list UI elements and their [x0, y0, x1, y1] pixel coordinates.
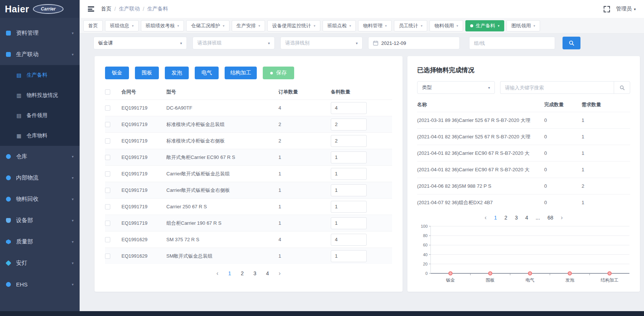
sidebar-item[interactable]: EHS ▾	[0, 274, 80, 295]
page-number[interactable]: 3	[253, 270, 256, 276]
sidebar-item-label: 物料回收	[16, 196, 67, 203]
tab[interactable]: 员工统计 ▾	[394, 20, 428, 31]
tab[interactable]: 班组信息 ▾	[105, 20, 139, 31]
user-menu[interactable]: 管理员 ▾	[616, 6, 636, 12]
category-button[interactable]: 发泡	[165, 67, 189, 79]
prev-page-button[interactable]: ‹	[216, 270, 218, 277]
sidebar-item[interactable]: ▦ 仓库物料 ▾	[0, 126, 80, 146]
tab[interactable]: 物料管理 ▾	[358, 20, 392, 31]
tab[interactable]: 首页 ▾	[83, 20, 103, 31]
sidebar-item[interactable]: ▤ 备件领用 ▾	[0, 105, 80, 126]
sidebar-item[interactable]: 物料回收 ▾	[0, 188, 80, 210]
x-category-label: 围板	[486, 277, 495, 283]
completion-search-input[interactable]	[500, 81, 614, 94]
prep-qty-input[interactable]	[331, 234, 367, 246]
completion-search-button[interactable]	[614, 81, 630, 94]
row-checkbox[interactable]	[105, 155, 110, 160]
search-button[interactable]	[563, 37, 580, 49]
completion-table-header: 名称 完成数量 需求数量	[417, 98, 630, 112]
page-number[interactable]: 4	[525, 215, 528, 221]
tab-label: 物料管理	[363, 22, 382, 29]
row-checkbox[interactable]	[105, 138, 110, 144]
save-button[interactable]: 保存	[263, 67, 294, 79]
sidebar-item-label: 仓库物料	[27, 132, 74, 139]
type-select[interactable]: 类型 ▾	[417, 81, 495, 94]
row-checkbox[interactable]	[105, 221, 110, 226]
prep-table: 合同号 型号 订单数量 备料数量 EQ1991719 DC-6A90TF 4 E…	[105, 85, 392, 264]
prev-page-button[interactable]: ‹	[484, 214, 486, 221]
sidebar-item[interactable]: 质量部 ▾	[0, 231, 80, 252]
tab[interactable]: 设备使用监控统计 ▾	[267, 20, 320, 31]
page-number[interactable]: 1	[494, 215, 497, 221]
row-checkbox[interactable]	[105, 171, 110, 177]
row-checkbox[interactable]	[105, 122, 110, 127]
tab[interactable]: 图纸领用 ▾	[506, 20, 540, 31]
next-page-button[interactable]: ›	[561, 214, 563, 221]
category-button[interactable]: 电气	[195, 67, 219, 79]
date-picker[interactable]: 2021-12-09	[368, 37, 460, 49]
tab[interactable]: 班组点检 ▾	[323, 20, 356, 31]
row-checkbox[interactable]	[105, 204, 110, 209]
sidebar-item[interactable]: 设备部 ▾	[0, 210, 80, 231]
page-number[interactable]: 68	[548, 215, 554, 221]
department-select[interactable]: 钣金课 ▾	[93, 37, 187, 49]
tab[interactable]: 生产备料 ▾	[465, 20, 505, 31]
order-qty-cell: 1	[278, 154, 331, 160]
top-header: 首页 / 生产联动 / 生产备料 管理员 ▾	[80, 0, 644, 18]
prep-qty-input[interactable]	[331, 151, 367, 163]
row-checkbox[interactable]	[105, 254, 110, 259]
category-button[interactable]: 结构加工	[225, 67, 257, 79]
team-select[interactable]: 请选择班组 ▾	[192, 37, 275, 49]
sidebar-item[interactable]: ▤ 生产备料 ▾	[0, 65, 80, 85]
tab[interactable]: 班组绩效考核 ▾	[141, 20, 184, 31]
prep-qty-input[interactable]	[331, 201, 367, 213]
sidebar-item[interactable]: 安灯 ▾	[0, 252, 80, 274]
need-qty-header: 需求数量	[582, 101, 630, 108]
tab[interactable]: 仓储工况维护 ▾	[186, 20, 229, 31]
breadcrumb-parent[interactable]: 生产联动	[119, 6, 140, 12]
breadcrumb-current[interactable]: 生产备料	[147, 6, 168, 12]
sidebar-item[interactable]: 资料管理 ▾	[0, 22, 80, 44]
row-checkbox[interactable]	[105, 237, 110, 242]
prep-qty-input[interactable]	[331, 102, 367, 114]
category-button[interactable]: 钣金	[105, 67, 129, 79]
fullscreen-icon[interactable]	[604, 6, 610, 12]
breadcrumb-home[interactable]: 首页	[101, 6, 111, 12]
sidebar-item[interactable]: ▥ 物料投放情况 ▾	[0, 85, 80, 105]
select-all-checkbox[interactable]	[105, 89, 110, 95]
prep-qty-input[interactable]	[331, 168, 367, 180]
page-number[interactable]: 2	[505, 215, 508, 221]
table-row: EQ1991719 Carrier敞开式钣柜钣金总装组 1	[105, 165, 392, 182]
prep-qty-input[interactable]	[331, 184, 367, 196]
name-cell: (2021-04-01 82 36)Carrier EC90 67 R S-B7…	[417, 166, 544, 173]
search-icon	[619, 85, 625, 90]
tab[interactable]: 物料领用 ▾	[429, 20, 463, 31]
page-number[interactable]: 2	[241, 270, 244, 276]
chevron-down-icon: ▾	[180, 41, 182, 45]
date-value: 2021-12-09	[381, 40, 455, 46]
row-checkbox[interactable]	[105, 188, 110, 193]
completion-table-body: (2021-03-31 89 36)Carrier 525 67 R S-B7-…	[417, 112, 630, 211]
model-cell: SM 375 72 R S	[166, 237, 278, 242]
page-number[interactable]: ...	[536, 215, 540, 221]
prep-qty-input[interactable]	[331, 250, 367, 262]
keyword-input[interactable]	[469, 37, 555, 49]
next-page-button[interactable]: ›	[279, 270, 281, 277]
page-number[interactable]: 1	[228, 270, 231, 276]
prep-qty-input[interactable]	[331, 135, 367, 147]
line-select[interactable]: 请选择线别 ▾	[280, 37, 363, 49]
sidebar-item[interactable]: 内部物流 ▾	[0, 167, 80, 188]
list-item: (2021-04-07 92 36)组合柜DX2 4B7 0 1	[417, 194, 630, 211]
page-number[interactable]: 4	[266, 270, 269, 276]
prep-qty-input[interactable]	[331, 119, 367, 131]
page-number[interactable]: 3	[515, 215, 518, 221]
row-checkbox[interactable]	[105, 105, 110, 111]
menu-collapse-icon[interactable]	[88, 6, 94, 12]
category-button-row: 钣金 围板 发泡 电气 结构加工 保存	[95, 56, 403, 82]
contract-cell: EQ1991719	[121, 220, 166, 226]
category-button[interactable]: 围板	[135, 67, 159, 79]
sidebar-item[interactable]: 生产联动 ▾	[0, 44, 80, 65]
tab[interactable]: 生产安排 ▾	[232, 20, 265, 31]
prep-qty-input[interactable]	[331, 217, 367, 229]
sidebar-item[interactable]: 仓库 ▾	[0, 146, 80, 167]
